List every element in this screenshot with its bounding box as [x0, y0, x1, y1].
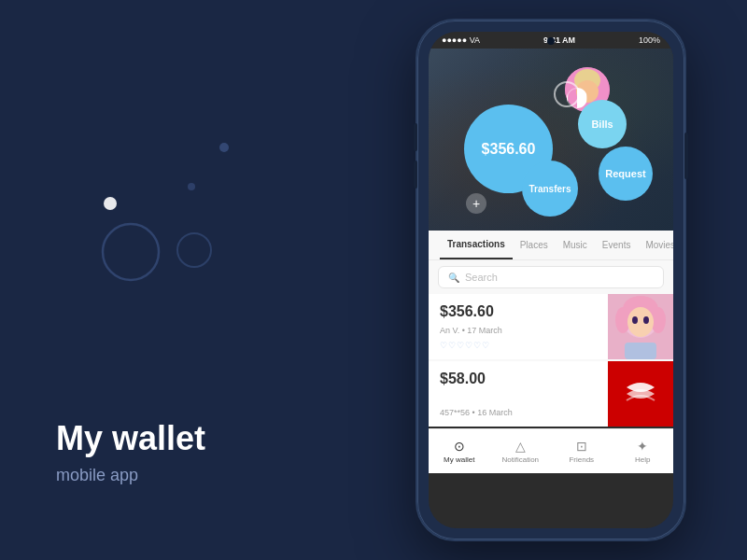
transfers-bubble[interactable]: Transfers — [522, 161, 578, 217]
carrier-text: ●●●●● VA — [442, 35, 480, 45]
phone-device: ●●●●● VA 9:41 AM 100% $356.60 — [416, 19, 686, 541]
tab-movies[interactable]: Movies — [638, 231, 673, 259]
balance-amount: $356.60 — [482, 141, 536, 158]
bubbles-section: $356.60 — [429, 49, 673, 231]
nav-notification[interactable]: △ Notification — [490, 439, 552, 464]
bills-label: Bills — [591, 119, 613, 130]
transaction-amount: $58.00 — [440, 371, 597, 387]
transaction-bank-logo — [608, 361, 673, 427]
tab-places[interactable]: Places — [513, 231, 556, 259]
vol-down-button — [414, 161, 417, 189]
transaction-meta: An V. • 17 March — [440, 326, 597, 335]
decorative-bubbles — [47, 75, 289, 317]
transfers-label: Transfers — [529, 184, 571, 194]
transaction-info: $356.60 An V. • 17 March ♡♡♡♡♡♡ — [429, 294, 608, 359]
notification-icon: △ — [515, 439, 526, 454]
power-button — [684, 133, 688, 179]
svg-point-4 — [188, 183, 195, 190]
svg-point-3 — [177, 233, 211, 267]
nav-notification-label: Notification — [501, 455, 539, 464]
tabs-bar: Transactions Places Music Events Movies — [429, 231, 673, 260]
transaction-hearts: ♡♡♡♡♡♡ — [440, 341, 597, 350]
transaction-item[interactable]: $58.00 457**56 • 16 March — [429, 361, 673, 427]
search-section: 🔍 Search — [429, 260, 673, 294]
help-icon: ✦ — [637, 439, 648, 454]
wallet-icon: ⊙ — [454, 439, 465, 454]
tab-transactions[interactable]: Transactions — [440, 231, 513, 259]
transaction-info: $58.00 457**56 • 16 March — [429, 361, 608, 427]
nav-friends-label: Friends — [569, 455, 594, 464]
transaction-amount: $356.60 — [440, 303, 597, 320]
vol-up-button — [414, 123, 417, 151]
battery-text: 100% — [639, 35, 660, 45]
app-subtitle: mobile app — [56, 466, 299, 485]
right-panel: ●●●●● VA 9:41 AM 100% $356.60 — [355, 0, 747, 560]
bottom-nav: ⊙ My wallet △ Notification ⊡ Friends ✦ H… — [429, 428, 673, 473]
request-bubble[interactable]: Request — [599, 147, 653, 201]
nav-help-label: Help — [635, 455, 650, 464]
transaction-item[interactable]: $356.60 An V. • 17 March ♡♡♡♡♡♡ — [429, 294, 673, 359]
svg-point-15 — [643, 316, 649, 324]
half-circle-decoration — [567, 88, 587, 108]
svg-point-1 — [219, 143, 229, 152]
tab-events[interactable]: Events — [595, 231, 639, 259]
search-icon: 🔍 — [448, 273, 459, 283]
add-button[interactable]: + — [466, 193, 486, 214]
phone-screen: ●●●●● VA 9:41 AM 100% $356.60 — [429, 32, 673, 528]
svg-point-2 — [103, 224, 159, 280]
nav-help[interactable]: ✦ Help — [613, 439, 674, 464]
friends-icon: ⊡ — [576, 439, 587, 454]
svg-rect-16 — [625, 343, 656, 359]
left-panel: My wallet mobile app — [0, 0, 355, 560]
app-title: My wallet — [56, 418, 299, 458]
request-label: Request — [605, 168, 645, 179]
nav-wallet-label: My wallet — [444, 455, 474, 464]
bills-bubble[interactable]: Bills — [578, 100, 627, 148]
svg-point-13 — [627, 307, 654, 337]
svg-point-14 — [632, 316, 638, 324]
search-placeholder: Search — [465, 272, 498, 283]
svg-point-0 — [104, 197, 117, 210]
transaction-thumbnail — [608, 294, 673, 359]
nav-my-wallet[interactable]: ⊙ My wallet — [429, 439, 490, 464]
search-bar[interactable]: 🔍 Search — [438, 266, 664, 288]
transactions-list: $356.60 An V. • 17 March ♡♡♡♡♡♡ — [429, 294, 673, 427]
nav-friends[interactable]: ⊡ Friends — [551, 439, 613, 464]
front-camera — [547, 37, 555, 45]
transaction-meta: 457**56 • 16 March — [440, 408, 597, 417]
tab-music[interactable]: Music — [556, 231, 595, 259]
